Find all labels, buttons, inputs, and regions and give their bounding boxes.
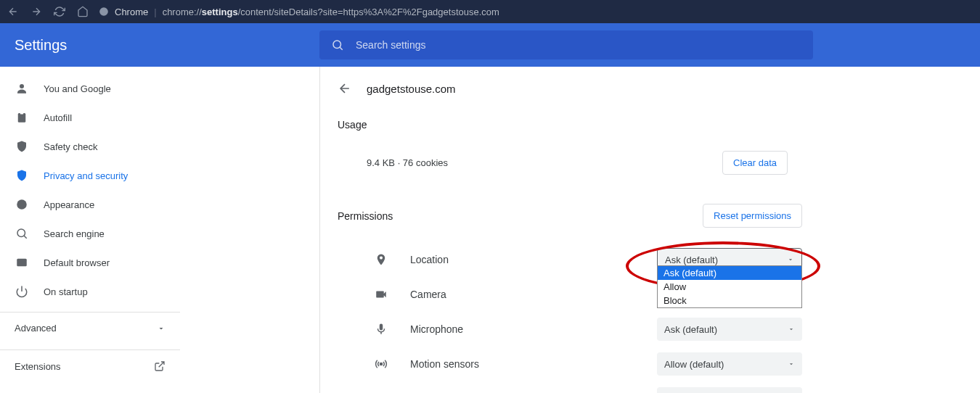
- permissions-label: Permissions: [338, 210, 393, 222]
- sidebar-item-label: Autofill: [44, 112, 72, 123]
- permission-label: Motion sensors: [410, 358, 657, 370]
- external-link-icon: [154, 360, 166, 372]
- reset-permissions-button[interactable]: Reset permissions: [703, 204, 802, 228]
- sidebar-item-label: You and Google: [44, 83, 111, 94]
- power-icon: [15, 285, 29, 298]
- address-bar[interactable]: Chrome | chrome://settings/content/siteD…: [99, 7, 499, 17]
- sidebar-advanced[interactable]: Advanced: [0, 313, 180, 344]
- permission-select-motion[interactable]: Allow (default): [657, 352, 802, 376]
- sidebar: You and Google Autofill Safety check Pri…: [0, 67, 180, 393]
- permission-select-microphone[interactable]: Ask (default): [657, 318, 802, 341]
- page-title: Settings: [15, 37, 319, 54]
- shield-icon: [15, 169, 29, 182]
- sidebar-item-label: Search engine: [44, 228, 105, 239]
- browser-toolbar: Chrome | chrome://settings/content/siteD…: [0, 0, 980, 23]
- home-button[interactable]: [75, 4, 90, 19]
- dropdown-option-allow[interactable]: Allow: [658, 280, 801, 294]
- chevron-down-icon: [788, 326, 795, 333]
- permission-dropdown: Ask (default) Allow Block: [657, 265, 802, 308]
- permission-label: Microphone: [410, 323, 657, 335]
- sidebar-item-search-engine[interactable]: Search engine: [0, 219, 180, 248]
- sidebar-item-label: Privacy and security: [44, 170, 128, 181]
- sidebar-item-default-browser[interactable]: Default browser: [0, 248, 180, 277]
- permission-select-notifications[interactable]: Ask (default): [657, 387, 802, 393]
- camera-icon: [338, 288, 396, 301]
- microphone-icon: [338, 323, 396, 336]
- chrome-icon: [99, 7, 109, 17]
- sidebar-item-label: Appearance: [44, 199, 94, 210]
- svg-point-8: [380, 363, 383, 365]
- browser-label: Chrome: [115, 7, 148, 17]
- svg-rect-3: [18, 113, 26, 123]
- svg-rect-7: [17, 259, 27, 267]
- svg-rect-4: [20, 112, 24, 115]
- search-input[interactable]: [356, 39, 801, 51]
- person-icon: [15, 82, 29, 95]
- search-icon: [15, 227, 29, 240]
- url-text: chrome://settings/content/siteDetails?si…: [163, 7, 499, 17]
- svg-point-0: [99, 7, 108, 16]
- svg-point-2: [20, 84, 24, 88]
- chevron-down-icon: [788, 360, 795, 368]
- sidebar-item-on-startup[interactable]: On startup: [0, 277, 180, 306]
- svg-point-1: [333, 41, 341, 49]
- usage-text: 9.4 KB · 76 cookies: [367, 157, 448, 168]
- location-icon: [338, 253, 396, 266]
- sensors-icon: [338, 357, 396, 371]
- search-icon: [331, 38, 344, 51]
- permission-row-microphone: Microphone Ask (default): [338, 312, 802, 347]
- sidebar-item-autofill[interactable]: Autofill: [0, 103, 180, 132]
- permission-row-location: Location Ask (default) Ask (default) All…: [338, 242, 802, 277]
- svg-point-6: [17, 229, 25, 237]
- sidebar-item-appearance[interactable]: Appearance: [0, 190, 180, 219]
- shield-check-icon: [15, 140, 29, 153]
- search-box[interactable]: [319, 30, 813, 59]
- content-area: gadgetstouse.com Usage 9.4 KB · 76 cooki…: [320, 67, 980, 393]
- reload-button[interactable]: [52, 4, 67, 19]
- palette-icon: [15, 198, 29, 211]
- sidebar-item-you-and-google[interactable]: You and Google: [0, 74, 180, 103]
- sidebar-item-privacy[interactable]: Privacy and security: [0, 161, 180, 190]
- clear-data-button[interactable]: Clear data: [722, 151, 788, 175]
- permission-row-notifications: Notifications Ask (default): [338, 381, 802, 393]
- permission-label: Location: [410, 254, 657, 265]
- dropdown-option-ask[interactable]: Ask (default): [658, 266, 801, 280]
- permission-label: Camera: [410, 289, 657, 300]
- sidebar-item-label: On startup: [44, 286, 88, 297]
- sidebar-item-label: Safety check: [44, 141, 97, 152]
- svg-point-5: [17, 199, 27, 210]
- browser-icon: [15, 256, 29, 269]
- back-button[interactable]: [6, 4, 20, 19]
- usage-label: Usage: [338, 119, 980, 131]
- chevron-down-icon: [787, 256, 794, 263]
- forward-button[interactable]: [29, 4, 44, 19]
- sidebar-item-label: Default browser: [44, 257, 110, 268]
- dropdown-option-block[interactable]: Block: [658, 294, 801, 307]
- sidebar-extensions[interactable]: Extensions: [0, 350, 180, 382]
- back-arrow[interactable]: [338, 81, 352, 96]
- sidebar-item-safety-check[interactable]: Safety check: [0, 132, 180, 161]
- settings-header: Settings: [0, 23, 980, 67]
- clipboard-icon: [15, 111, 29, 124]
- site-name: gadgetstouse.com: [367, 83, 456, 95]
- permission-row-motion-sensors: Motion sensors Allow (default): [338, 347, 802, 381]
- chevron-down-icon: [157, 324, 166, 333]
